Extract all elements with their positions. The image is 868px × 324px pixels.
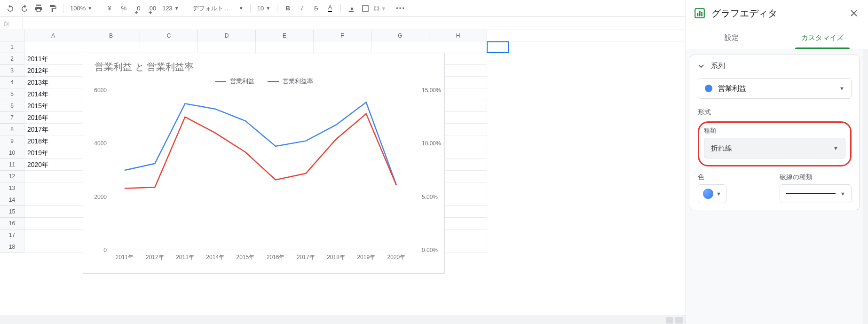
cell[interactable] <box>256 41 314 53</box>
cell[interactable] <box>24 218 82 229</box>
chevron-down-icon: ▼ <box>87 6 92 11</box>
y-axis-left: 0200040006000 <box>84 90 107 250</box>
series-select[interactable]: 営業利益 ▼ <box>698 78 852 99</box>
increase-decimal-button[interactable]: .00 <box>145 2 158 15</box>
fill-color-button[interactable] <box>345 2 358 15</box>
column-header[interactable]: A <box>24 30 82 41</box>
font-label: デフォルト... <box>193 4 237 13</box>
x-tick: 2013年 <box>170 253 200 261</box>
decrease-decimal-button[interactable]: .0 <box>131 2 144 15</box>
redo-button[interactable] <box>18 2 31 15</box>
select-all-corner[interactable] <box>0 30 24 41</box>
cell[interactable] <box>429 41 487 53</box>
tab-customize[interactable]: カスタマイズ <box>777 26 868 49</box>
merge-cells-button[interactable]: ▼ <box>373 2 386 15</box>
cell[interactable]: 2014年 <box>24 88 82 100</box>
close-button[interactable] <box>847 7 860 20</box>
cell[interactable] <box>24 182 82 194</box>
row-header[interactable]: 9 <box>0 135 24 147</box>
row-header[interactable]: 1 <box>0 41 24 53</box>
column-header[interactable]: G <box>371 30 429 41</box>
zoom-select[interactable]: 100% ▼ <box>67 2 95 15</box>
y-right-tick: 10.00% <box>422 140 444 147</box>
cell[interactable]: 2016年 <box>24 112 82 124</box>
fx-label: fx <box>4 19 23 27</box>
cell[interactable]: 2019年 <box>24 147 82 159</box>
paint-format-button[interactable] <box>46 2 59 15</box>
sidebar-scrollbar[interactable] <box>863 49 868 324</box>
currency-button[interactable]: ¥ <box>103 2 116 15</box>
row-header[interactable]: 2 <box>0 53 24 65</box>
cell[interactable]: 2013年 <box>24 77 82 88</box>
text-color-button[interactable]: A <box>324 2 337 15</box>
row-header[interactable]: 17 <box>0 229 24 241</box>
cell[interactable] <box>24 171 82 182</box>
cell[interactable]: 2012年 <box>24 65 82 77</box>
embedded-chart[interactable]: 営業利益 と 営業利益率 営業利益 営業利益率 0200040006000 0.… <box>83 53 445 274</box>
format-label: 形式 <box>698 108 852 117</box>
cell[interactable] <box>140 41 198 53</box>
series-section-toggle[interactable]: 系列 <box>698 62 852 71</box>
row-header[interactable]: 3 <box>0 65 24 77</box>
row-header[interactable]: 12 <box>0 171 24 182</box>
series-color-picker[interactable]: ▼ <box>698 184 726 203</box>
horizontal-scrollbar[interactable] <box>0 316 686 324</box>
row-header[interactable]: 8 <box>0 124 24 135</box>
column-header[interactable]: B <box>82 30 140 41</box>
scroll-right-icon[interactable] <box>675 317 683 324</box>
redo-icon <box>20 4 29 13</box>
undo-button[interactable] <box>4 2 17 15</box>
row-header[interactable]: 15 <box>0 206 24 218</box>
x-tick: 2011年 <box>110 253 140 261</box>
row-header[interactable]: 10 <box>0 147 24 159</box>
bold-button[interactable]: B <box>281 2 294 15</box>
strikethrough-button[interactable]: S <box>309 2 323 15</box>
cell[interactable] <box>371 41 429 53</box>
row-header[interactable]: 11 <box>0 159 24 171</box>
column-header[interactable]: C <box>140 30 198 41</box>
row-header[interactable]: 13 <box>0 182 24 194</box>
cell[interactable]: 2020年 <box>24 159 82 171</box>
column-header[interactable]: H <box>429 30 487 41</box>
row-header[interactable]: 14 <box>0 194 24 206</box>
dash-type-select[interactable]: ▼ <box>780 184 852 203</box>
more-button[interactable]: ••• <box>394 2 407 15</box>
legend-swatch-1 <box>268 81 279 82</box>
number-format-select[interactable]: 123 ▼ <box>159 2 182 15</box>
row-header[interactable]: 5 <box>0 88 24 100</box>
x-tick: 2015年 <box>230 253 260 261</box>
cell[interactable] <box>314 41 371 53</box>
italic-button[interactable]: I <box>295 2 308 15</box>
separator <box>277 4 277 13</box>
cell[interactable]: 2018年 <box>24 135 82 147</box>
print-button[interactable] <box>32 2 45 15</box>
cell[interactable]: 2015年 <box>24 100 82 112</box>
cell[interactable] <box>24 229 82 241</box>
chevron-down-icon: ▼ <box>716 191 721 197</box>
column-header[interactable]: E <box>256 30 314 41</box>
cell[interactable] <box>198 41 256 53</box>
scroll-left-icon[interactable] <box>666 317 673 324</box>
column-header[interactable]: F <box>314 30 371 41</box>
font-select[interactable]: デフォルト... ▼ <box>190 2 246 15</box>
cell[interactable]: 2011年 <box>24 53 82 65</box>
row-header[interactable]: 7 <box>0 112 24 124</box>
cell[interactable] <box>82 41 140 53</box>
row-header[interactable]: 16 <box>0 218 24 229</box>
column-header[interactable]: D <box>198 30 256 41</box>
cell[interactable] <box>24 194 82 206</box>
grid-body[interactable]: 122011年32012年42013年52014年62015年72016年820… <box>0 41 686 313</box>
tab-setup[interactable]: 設定 <box>686 26 777 49</box>
percent-button[interactable]: % <box>117 2 130 15</box>
font-size-select[interactable]: 10 ▼ <box>254 2 273 15</box>
borders-button[interactable] <box>359 2 372 15</box>
cell[interactable] <box>24 41 82 53</box>
dash-sample <box>786 193 836 194</box>
chart-type-select[interactable]: 折れ線 ▼ <box>704 138 845 158</box>
row-header[interactable]: 6 <box>0 100 24 112</box>
row-header[interactable]: 18 <box>0 241 24 253</box>
row-header[interactable]: 4 <box>0 77 24 88</box>
cell[interactable] <box>24 206 82 218</box>
cell[interactable]: 2017年 <box>24 124 82 135</box>
cell[interactable] <box>24 241 82 253</box>
